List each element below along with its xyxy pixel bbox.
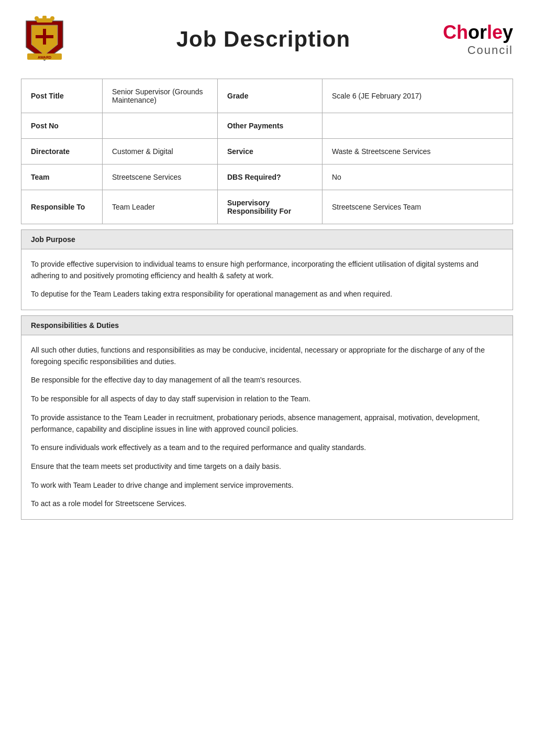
responsibility-item: Be responsible for the effective day to … xyxy=(31,375,503,386)
responsibilities-header: Responsibilities & Duties xyxy=(21,316,513,335)
council-text: Council xyxy=(443,43,513,57)
chorley-ley: le xyxy=(487,21,503,43)
responsibility-item: Ensure that the team meets set productiv… xyxy=(31,461,503,473)
chorley-council-logo: Chorley Council xyxy=(443,21,513,57)
info-label-1-2: Other Payments xyxy=(218,113,322,139)
info-value-3-1: Streetscene Services xyxy=(103,165,218,190)
council-crest: AWARD xyxy=(21,16,68,63)
info-value-2-2: Waste & Streetscene Services xyxy=(322,139,513,165)
page-title: Job Description xyxy=(84,27,443,52)
info-value-4-1: Team Leader xyxy=(103,190,218,224)
svg-point-3 xyxy=(35,16,39,20)
job-purpose-header: Job Purpose xyxy=(21,230,513,249)
responsibility-item: All such other duties, functions and res… xyxy=(31,345,503,367)
info-label-4-2: SupervisoryResponsibility For xyxy=(218,190,322,224)
job-purpose-body: To provide effective supervision to indi… xyxy=(21,249,513,310)
info-label-0-1: Post Title xyxy=(21,79,103,113)
info-table: Post TitleSenior Supervisor (Grounds Mai… xyxy=(21,79,513,224)
info-value-0-2: Scale 6 (JE February 2017) xyxy=(322,79,513,113)
info-value-4-2: Streetscene Services Team xyxy=(322,190,513,224)
info-value-3-2: No xyxy=(322,165,513,190)
responsibility-item: To be responsible for all aspects of day… xyxy=(31,393,503,405)
info-label-2-1: Directorate xyxy=(21,139,103,165)
responsibilities-section: Responsibilities & Duties All such other… xyxy=(21,315,513,520)
info-value-2-1: Customer & Digital xyxy=(103,139,218,165)
info-value-0-1: Senior Supervisor (Grounds Maintenance) xyxy=(103,79,218,113)
chorley-or: or xyxy=(468,21,487,43)
page-header: AWARD Job Description Chorley Council xyxy=(21,16,513,63)
responsibility-item: To work with Team Leader to drive change… xyxy=(31,480,503,491)
info-value-1-2 xyxy=(322,113,513,139)
job-purpose-paragraph: To provide effective supervision to indi… xyxy=(31,259,503,281)
chorley-ch: Ch xyxy=(443,21,468,43)
chorley-y: y xyxy=(503,21,513,43)
job-purpose-section: Job Purpose To provide effective supervi… xyxy=(21,229,513,310)
responsibilities-body: All such other duties, functions and res… xyxy=(21,335,513,519)
info-value-1-1 xyxy=(103,113,218,139)
responsibility-item: To act as a role model for Streetscene S… xyxy=(31,498,503,510)
svg-point-5 xyxy=(50,16,54,20)
responsibility-item: To ensure individuals work effectively a… xyxy=(31,442,503,454)
info-label-1-1: Post No xyxy=(21,113,103,139)
chorley-name: Chorley xyxy=(443,21,513,43)
info-label-3-2: DBS Required? xyxy=(218,165,322,190)
info-label-4-1: Responsible To xyxy=(21,190,103,224)
svg-rect-7 xyxy=(36,35,53,38)
responsibility-item: To provide assistance to the Team Leader… xyxy=(31,412,503,435)
job-purpose-paragraph: To deputise for the Team Leaders taking … xyxy=(31,289,503,300)
crest-svg: AWARD xyxy=(21,16,68,63)
info-label-2-2: Service xyxy=(218,139,322,165)
info-label-3-1: Team xyxy=(21,165,103,190)
svg-text:AWARD: AWARD xyxy=(38,56,51,59)
info-label-0-2: Grade xyxy=(218,79,322,113)
